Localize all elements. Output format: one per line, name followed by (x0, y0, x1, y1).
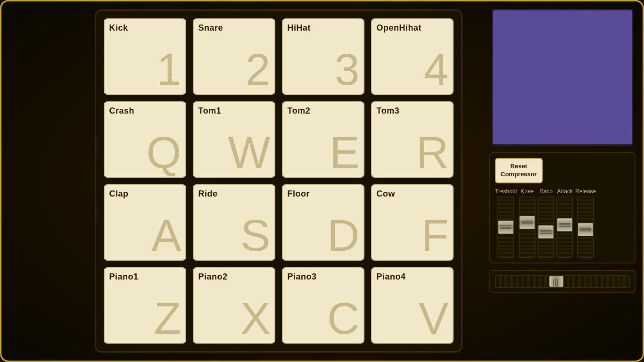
pad-floor[interactable]: FloorD (282, 184, 364, 261)
pad-piano3[interactable]: Piano3C (282, 267, 364, 344)
compressor-header: ResetCompressor (495, 158, 630, 183)
pad-label-snare: Snare (198, 23, 223, 33)
visualizer-display (492, 9, 633, 146)
slider-track-treshold[interactable] (497, 197, 514, 258)
slider-thumb-treshold[interactable] (498, 221, 514, 234)
slider-thumb-release[interactable] (578, 223, 594, 236)
slider-thumb-ratio[interactable] (538, 225, 554, 239)
right-panel: ResetCompressor TresholdKneeRatioAttackR… (482, 1, 643, 361)
pad-crash[interactable]: CrashQ (104, 101, 186, 178)
ctrl-label-attack: Attack (557, 188, 573, 195)
slider-track-release[interactable] (577, 197, 594, 258)
compressor-panel: ResetCompressor TresholdKneeRatioAttackR… (489, 152, 636, 263)
compressor-controls: TresholdKneeRatioAttackRelease (495, 188, 630, 258)
pad-label-piano1: Piano1 (109, 272, 139, 282)
slider-thumb-knee[interactable] (519, 216, 535, 229)
pad-grid: Kick1Snare2HiHat3OpenHihat4CrashQTom1WTo… (95, 9, 462, 353)
ctrl-group-ratio: Ratio (537, 188, 554, 258)
pad-piano4[interactable]: Piano4V (371, 267, 454, 344)
pad-cow[interactable]: CowF (371, 184, 454, 261)
ctrl-label-treshold: Treshold (495, 188, 517, 195)
ctrl-label-ratio: Ratio (539, 188, 553, 195)
ctrl-group-knee: Knee (519, 188, 536, 258)
pad-key-piano1: Z (154, 296, 181, 341)
pad-label-piano3: Piano3 (288, 272, 317, 282)
slider-track-ratio[interactable] (537, 197, 554, 258)
ctrl-group-treshold: Treshold (495, 188, 517, 258)
pad-piano1[interactable]: Piano1Z (104, 267, 186, 344)
slider-track-attack[interactable] (556, 197, 573, 258)
pad-tom2[interactable]: Tom2E (282, 101, 364, 178)
pad-label-cow: Cow (377, 189, 396, 199)
pad-label-clap: Clap (109, 189, 129, 199)
pad-label-hihat: HiHat (288, 23, 311, 33)
ctrl-group-attack: Attack (556, 188, 573, 258)
pad-key-ride: S (240, 213, 270, 258)
pad-key-openhihat: 4 (424, 47, 449, 92)
ctrl-group-release: Release (575, 188, 596, 258)
pad-hihat[interactable]: HiHat3 (282, 18, 364, 95)
pad-clap[interactable]: ClapA (104, 184, 186, 261)
pad-key-floor: D (327, 213, 360, 258)
reset-compressor-button[interactable]: ResetCompressor (495, 158, 543, 183)
pad-key-clap: A (151, 213, 181, 258)
pad-tom1[interactable]: Tom1W (193, 101, 275, 178)
pad-key-piano4: V (419, 296, 448, 341)
slider-track-knee[interactable] (519, 197, 536, 258)
pad-key-piano3: C (327, 296, 360, 341)
main-container: Kick1Snare2HiHat3OpenHihat4CrashQTom1WTo… (0, 0, 644, 362)
pad-label-kick: Kick (109, 23, 128, 33)
pad-label-piano4: Piano4 (377, 272, 406, 282)
pad-label-tom1: Tom1 (198, 106, 222, 116)
pad-label-tom3: Tom3 (377, 106, 400, 116)
pad-key-cow: F (421, 213, 448, 258)
pad-key-tom3: R (416, 130, 449, 175)
pad-label-ride: Ride (198, 189, 218, 199)
slider-thumb-attack[interactable] (557, 218, 573, 231)
pad-ride[interactable]: RideS (193, 184, 275, 261)
pad-label-openhihat: OpenHihat (377, 23, 422, 33)
pad-label-floor: Floor (288, 189, 310, 199)
pad-key-tom1: W (228, 130, 271, 175)
pad-key-crash: Q (147, 130, 182, 175)
pad-grid-area: Kick1Snare2HiHat3OpenHihat4CrashQTom1WTo… (74, 1, 482, 361)
pad-key-kick: 1 (157, 47, 182, 92)
pad-key-snare: 2 (246, 47, 271, 92)
pad-openhihat[interactable]: OpenHihat4 (371, 18, 454, 95)
pad-kick[interactable]: Kick1 (104, 18, 186, 95)
pad-label-piano2: Piano2 (198, 272, 228, 282)
pad-label-crash: Crash (109, 106, 135, 116)
pad-label-tom2: Tom2 (288, 106, 311, 116)
ctrl-label-release: Release (575, 188, 596, 195)
pad-key-tom2: E (330, 130, 359, 175)
master-thumb[interactable] (549, 276, 563, 287)
pad-tom3[interactable]: Tom3R (371, 101, 454, 178)
title-area (1, 1, 74, 361)
master-slider[interactable] (495, 275, 630, 288)
master-bar (489, 270, 636, 293)
pad-snare[interactable]: Snare2 (193, 18, 275, 95)
pad-piano2[interactable]: Piano2X (193, 267, 275, 344)
ctrl-label-knee: Knee (520, 188, 534, 195)
pad-key-piano2: X (240, 296, 270, 341)
pad-key-hihat: 3 (335, 47, 360, 92)
